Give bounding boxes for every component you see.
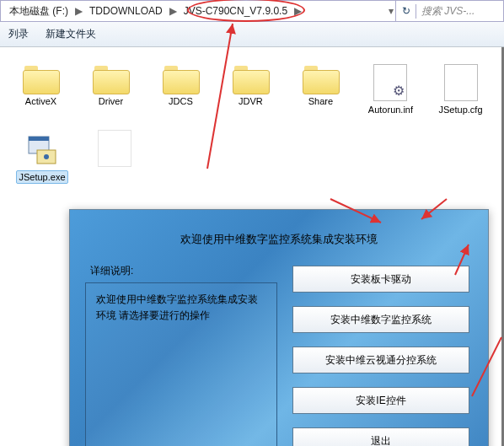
file-label: Share	[308, 96, 333, 106]
detail-text: 欢迎使用中维数字监控系统集成安装环境 请选择要进行的操作	[85, 282, 277, 446]
file-autorun-inf[interactable]: Autorun.inf	[368, 64, 413, 115]
file-jsetup-exe[interactable]: JSetup.exe	[19, 130, 66, 184]
folder-icon	[93, 64, 128, 93]
install-monitor-system-button[interactable]: 安装中维数字监控系统	[292, 306, 469, 333]
install-driver-button[interactable]: 安装板卡驱动	[292, 266, 469, 293]
svg-rect-1	[29, 137, 49, 141]
breadcrumb-folder-1[interactable]: TDDOWNLOAD	[84, 1, 168, 21]
file-label: ActiveX	[25, 96, 56, 106]
icon-row-1: ActiveX Driver JDCS JDVR Share Autorun.i…	[0, 47, 501, 115]
installer-buttons: 安装板卡驱动 安装中维数字监控系统 安装中维云视通分控系统 安装IE控件 退出	[292, 266, 469, 446]
file-label: Driver	[99, 96, 123, 106]
folder-jdvr[interactable]: JDVR	[228, 64, 273, 115]
explorer-toolbar: 列录 新建文件夹	[0, 22, 504, 47]
file-icon	[444, 64, 478, 101]
toolbar-newfolder[interactable]: 新建文件夹	[46, 27, 96, 41]
folder-icon	[303, 64, 338, 93]
file-label: JDVR	[239, 96, 263, 106]
file-unknown[interactable]	[91, 130, 138, 184]
config-file-icon	[373, 64, 407, 101]
folder-share[interactable]: Share	[298, 64, 343, 115]
address-bar[interactable]: 本地磁盘 (F:) ▶ TDDOWNLOAD ▶ JVS-C790CN_V7.9…	[0, 0, 504, 22]
folder-driver[interactable]: Driver	[88, 64, 133, 115]
detail-label: 详细说明:	[90, 264, 133, 278]
icon-row-2: JSetup.exe	[0, 115, 501, 184]
file-jsetup-cfg[interactable]: JSetup.cfg	[438, 64, 483, 115]
file-area: ActiveX Driver JDCS JDVR Share Autorun.i…	[0, 47, 504, 446]
search-input[interactable]: 搜索 JVS-...	[416, 4, 500, 19]
file-icon	[98, 130, 131, 167]
file-label: JSetup.exe	[16, 170, 67, 184]
file-label: JDCS	[169, 96, 193, 106]
refresh-icon[interactable]: ↻	[395, 1, 416, 21]
folder-jdcs[interactable]: JDCS	[158, 64, 203, 115]
toolbar-organize[interactable]: 列录	[8, 27, 29, 41]
chevron-right-icon: ▶	[73, 5, 84, 17]
file-label: JSetup.cfg	[439, 105, 483, 115]
installer-title: 欢迎使用中维数字监控系统集成安装环境	[70, 210, 488, 252]
folder-activex[interactable]: ActiveX	[19, 64, 63, 115]
breadcrumb-folder-2[interactable]: JVS-C790CN_V7.9.0.5	[179, 1, 292, 21]
folder-icon	[163, 64, 198, 93]
install-cloud-system-button[interactable]: 安装中维云视通分控系统	[292, 347, 469, 373]
svg-point-3	[44, 154, 49, 159]
chevron-down-icon[interactable]: ▾	[387, 5, 395, 17]
chevron-right-icon: ▶	[168, 5, 179, 17]
chevron-right-icon: ▶	[292, 5, 303, 17]
breadcrumb-drive[interactable]: 本地磁盘 (F:)	[4, 1, 73, 21]
installer-window: 欢迎使用中维数字监控系统集成安装环境 详细说明: 欢迎使用中维数字监控系统集成安…	[69, 209, 489, 446]
install-ie-control-button[interactable]: 安装IE控件	[292, 387, 469, 414]
installer-exe-icon	[24, 130, 61, 167]
folder-icon	[233, 64, 268, 93]
exit-button[interactable]: 退出	[292, 427, 469, 446]
folder-icon	[23, 64, 58, 93]
file-label: Autorun.inf	[368, 105, 413, 115]
